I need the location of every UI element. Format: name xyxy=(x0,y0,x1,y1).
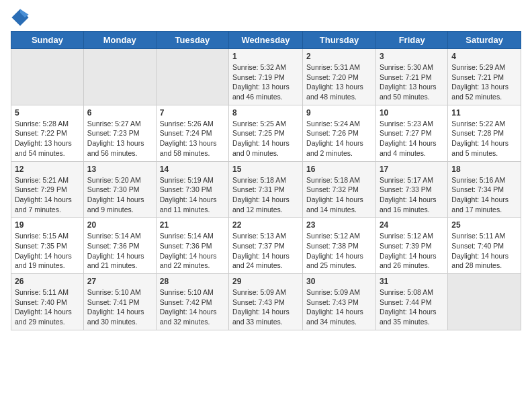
calendar-cell: 9Sunrise: 5:24 AM Sunset: 7:26 PM Daylig… xyxy=(303,105,376,161)
calendar-cell: 27Sunrise: 5:10 AM Sunset: 7:41 PM Dayli… xyxy=(83,274,156,330)
day-number: 17 xyxy=(380,165,444,174)
day-info: Sunrise: 5:17 AM Sunset: 7:33 PM Dayligh… xyxy=(380,175,444,215)
calendar-cell: 2Sunrise: 5:31 AM Sunset: 7:20 PM Daylig… xyxy=(303,49,376,105)
day-number: 27 xyxy=(87,277,152,286)
day-number: 22 xyxy=(232,220,299,230)
calendar-cell: 13Sunrise: 5:20 AM Sunset: 7:30 PM Dayli… xyxy=(83,161,156,218)
calendar-table: SundayMondayTuesdayWednesdayThursdayFrid… xyxy=(11,31,521,330)
day-number: 12 xyxy=(15,165,80,174)
calendar-cell: 29Sunrise: 5:09 AM Sunset: 7:43 PM Dayli… xyxy=(229,274,303,330)
day-number: 6 xyxy=(87,108,152,118)
day-info: Sunrise: 5:31 AM Sunset: 7:20 PM Dayligh… xyxy=(306,62,372,102)
calendar-cell: 26Sunrise: 5:11 AM Sunset: 7:40 PM Dayli… xyxy=(11,274,84,330)
logo-icon xyxy=(11,8,30,27)
calendar-cell: 28Sunrise: 5:10 AM Sunset: 7:42 PM Dayli… xyxy=(156,274,228,330)
calendar-cell: 23Sunrise: 5:12 AM Sunset: 7:38 PM Dayli… xyxy=(303,218,376,274)
day-info: Sunrise: 5:22 AM Sunset: 7:28 PM Dayligh… xyxy=(451,119,517,158)
day-info: Sunrise: 5:32 AM Sunset: 7:19 PM Dayligh… xyxy=(232,62,299,102)
calendar-cell: 24Sunrise: 5:12 AM Sunset: 7:39 PM Dayli… xyxy=(375,218,447,274)
day-number: 10 xyxy=(380,108,444,118)
day-info: Sunrise: 5:29 AM Sunset: 7:21 PM Dayligh… xyxy=(451,62,517,102)
day-number: 31 xyxy=(380,277,444,286)
calendar-cell: 1Sunrise: 5:32 AM Sunset: 7:19 PM Daylig… xyxy=(229,49,303,105)
weekday-header-tuesday: Tuesday xyxy=(156,32,228,49)
calendar-cell: 15Sunrise: 5:18 AM Sunset: 7:31 PM Dayli… xyxy=(229,161,303,218)
calendar-cell xyxy=(448,274,521,330)
calendar-cell: 6Sunrise: 5:27 AM Sunset: 7:23 PM Daylig… xyxy=(83,105,156,161)
day-number: 8 xyxy=(232,108,299,118)
day-info: Sunrise: 5:09 AM Sunset: 7:43 PM Dayligh… xyxy=(232,287,299,327)
day-info: Sunrise: 5:24 AM Sunset: 7:26 PM Dayligh… xyxy=(306,119,372,158)
day-number: 16 xyxy=(306,165,372,174)
weekday-header-row: SundayMondayTuesdayWednesdayThursdayFrid… xyxy=(11,32,521,49)
calendar-cell: 19Sunrise: 5:15 AM Sunset: 7:35 PM Dayli… xyxy=(11,218,84,274)
day-info: Sunrise: 5:21 AM Sunset: 7:29 PM Dayligh… xyxy=(15,175,80,215)
calendar-week-row: 5Sunrise: 5:28 AM Sunset: 7:22 PM Daylig… xyxy=(11,105,521,161)
calendar-cell: 31Sunrise: 5:08 AM Sunset: 7:44 PM Dayli… xyxy=(375,274,447,330)
calendar-cell: 16Sunrise: 5:18 AM Sunset: 7:32 PM Dayli… xyxy=(303,161,376,218)
calendar-cell: 10Sunrise: 5:23 AM Sunset: 7:27 PM Dayli… xyxy=(375,105,447,161)
calendar-cell xyxy=(83,49,156,105)
day-number: 30 xyxy=(306,277,372,286)
calendar-week-row: 19Sunrise: 5:15 AM Sunset: 7:35 PM Dayli… xyxy=(11,218,521,274)
day-number: 7 xyxy=(160,108,225,118)
calendar-cell: 14Sunrise: 5:19 AM Sunset: 7:30 PM Dayli… xyxy=(156,161,228,218)
day-info: Sunrise: 5:13 AM Sunset: 7:37 PM Dayligh… xyxy=(232,231,299,271)
day-number: 29 xyxy=(232,277,299,286)
day-number: 1 xyxy=(232,52,299,61)
day-info: Sunrise: 5:12 AM Sunset: 7:38 PM Dayligh… xyxy=(306,231,372,271)
day-number: 23 xyxy=(306,220,372,230)
day-info: Sunrise: 5:14 AM Sunset: 7:36 PM Dayligh… xyxy=(160,231,225,271)
calendar-cell: 22Sunrise: 5:13 AM Sunset: 7:37 PM Dayli… xyxy=(229,218,303,274)
weekday-header-sunday: Sunday xyxy=(11,32,84,49)
day-number: 3 xyxy=(380,52,444,61)
day-info: Sunrise: 5:18 AM Sunset: 7:31 PM Dayligh… xyxy=(232,175,299,215)
day-number: 20 xyxy=(87,220,152,230)
calendar-cell: 5Sunrise: 5:28 AM Sunset: 7:22 PM Daylig… xyxy=(11,105,84,161)
day-info: Sunrise: 5:16 AM Sunset: 7:34 PM Dayligh… xyxy=(451,175,517,215)
weekday-header-monday: Monday xyxy=(83,32,156,49)
calendar-cell: 25Sunrise: 5:11 AM Sunset: 7:40 PM Dayli… xyxy=(448,218,521,274)
day-number: 5 xyxy=(15,108,80,118)
calendar-cell xyxy=(11,49,84,105)
calendar-week-row: 1Sunrise: 5:32 AM Sunset: 7:19 PM Daylig… xyxy=(11,49,521,105)
day-number: 4 xyxy=(451,52,517,61)
day-number: 18 xyxy=(451,165,517,174)
day-info: Sunrise: 5:20 AM Sunset: 7:30 PM Dayligh… xyxy=(87,175,152,215)
page: SundayMondayTuesdayWednesdayThursdayFrid… xyxy=(0,0,532,338)
day-number: 13 xyxy=(87,165,152,174)
day-number: 14 xyxy=(160,165,225,174)
day-info: Sunrise: 5:28 AM Sunset: 7:22 PM Dayligh… xyxy=(15,119,80,158)
day-info: Sunrise: 5:30 AM Sunset: 7:21 PM Dayligh… xyxy=(380,62,444,102)
day-number: 15 xyxy=(232,165,299,174)
calendar-week-row: 12Sunrise: 5:21 AM Sunset: 7:29 PM Dayli… xyxy=(11,161,521,218)
day-info: Sunrise: 5:15 AM Sunset: 7:35 PM Dayligh… xyxy=(15,231,80,271)
day-number: 11 xyxy=(451,108,517,118)
day-info: Sunrise: 5:26 AM Sunset: 7:24 PM Dayligh… xyxy=(160,119,225,158)
logo xyxy=(11,8,32,27)
calendar-week-row: 26Sunrise: 5:11 AM Sunset: 7:40 PM Dayli… xyxy=(11,274,521,330)
day-info: Sunrise: 5:11 AM Sunset: 7:40 PM Dayligh… xyxy=(15,287,80,327)
day-info: Sunrise: 5:12 AM Sunset: 7:39 PM Dayligh… xyxy=(380,231,444,271)
day-number: 24 xyxy=(380,220,444,230)
day-info: Sunrise: 5:18 AM Sunset: 7:32 PM Dayligh… xyxy=(306,175,372,215)
day-number: 21 xyxy=(160,220,225,230)
day-info: Sunrise: 5:27 AM Sunset: 7:23 PM Dayligh… xyxy=(87,119,152,158)
day-info: Sunrise: 5:10 AM Sunset: 7:41 PM Dayligh… xyxy=(87,287,152,327)
weekday-header-wednesday: Wednesday xyxy=(229,32,303,49)
day-info: Sunrise: 5:23 AM Sunset: 7:27 PM Dayligh… xyxy=(380,119,444,158)
calendar-cell: 8Sunrise: 5:25 AM Sunset: 7:25 PM Daylig… xyxy=(229,105,303,161)
calendar-cell: 3Sunrise: 5:30 AM Sunset: 7:21 PM Daylig… xyxy=(375,49,447,105)
header xyxy=(11,8,521,27)
calendar-cell: 4Sunrise: 5:29 AM Sunset: 7:21 PM Daylig… xyxy=(448,49,521,105)
weekday-header-friday: Friday xyxy=(375,32,447,49)
day-info: Sunrise: 5:09 AM Sunset: 7:43 PM Dayligh… xyxy=(306,287,372,327)
calendar-cell xyxy=(156,49,228,105)
calendar-cell: 21Sunrise: 5:14 AM Sunset: 7:36 PM Dayli… xyxy=(156,218,228,274)
day-info: Sunrise: 5:19 AM Sunset: 7:30 PM Dayligh… xyxy=(160,175,225,215)
calendar-cell: 11Sunrise: 5:22 AM Sunset: 7:28 PM Dayli… xyxy=(448,105,521,161)
weekday-header-saturday: Saturday xyxy=(448,32,521,49)
day-info: Sunrise: 5:11 AM Sunset: 7:40 PM Dayligh… xyxy=(451,231,517,271)
calendar-cell: 12Sunrise: 5:21 AM Sunset: 7:29 PM Dayli… xyxy=(11,161,84,218)
day-number: 28 xyxy=(160,277,225,286)
